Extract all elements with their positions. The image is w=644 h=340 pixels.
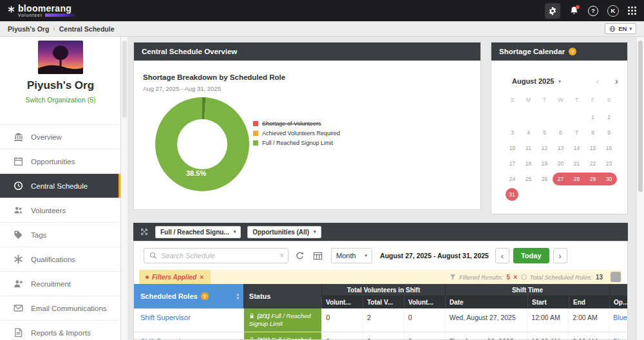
org-image[interactable]: [38, 41, 83, 74]
calendar-day-highlighted[interactable]: 30: [601, 173, 617, 185]
apps-grid-button[interactable]: [628, 6, 636, 15]
envelope-icon: [13, 303, 23, 314]
main-scrollbar[interactable]: [636, 37, 644, 340]
column-end[interactable]: End: [569, 296, 609, 308]
calendar-day[interactable]: 20: [553, 157, 569, 170]
next-button[interactable]: ›: [553, 248, 567, 263]
sidebar-item-qualifications[interactable]: Qualifications: [0, 247, 121, 271]
clear-search-icon[interactable]: ×: [279, 252, 284, 260]
switch-org-link[interactable]: Switch Organization (5): [0, 96, 121, 104]
breadcrumb-org[interactable]: Piyush's Org: [8, 25, 49, 33]
calendar-day[interactable]: 10: [504, 142, 520, 155]
scrollbar-thumb[interactable]: [122, 41, 127, 118]
filters-applied-chip[interactable]: Filters Applied ×: [139, 270, 211, 284]
column-status[interactable]: Status: [243, 284, 321, 308]
calendar-day[interactable]: 22: [585, 157, 601, 170]
volunteers-value-2: 0: [404, 332, 446, 340]
legend-item-full[interactable]: Full / Reached Signup Limit: [253, 138, 340, 147]
calendar-day[interactable]: 12: [536, 142, 553, 155]
brand-logo[interactable]: bloomerang Volunteer: [8, 4, 77, 17]
collapse-handle[interactable]: [611, 272, 621, 282]
org-name: Piyush's Org: [0, 79, 121, 92]
sort-icon[interactable]: ▲ ▼: [236, 293, 239, 300]
column-op-label[interactable]: Op...: [609, 296, 627, 308]
opportunities-filter-dropdown[interactable]: Opportunities (All) ▾: [247, 226, 321, 238]
calendar-day[interactable]: 5: [536, 126, 553, 139]
calendar-day[interactable]: 24: [504, 173, 520, 185]
avatar[interactable]: K: [607, 5, 619, 17]
column-volunteers-2[interactable]: Volunt...: [404, 296, 445, 308]
language-selector[interactable]: EN ▾: [605, 23, 636, 34]
clear-results-icon[interactable]: ×: [513, 274, 517, 281]
refresh-button[interactable]: [292, 249, 307, 263]
calendar-day[interactable]: 16: [601, 142, 617, 155]
sidebar-item-reports-imports[interactable]: Reports & Imports: [0, 320, 121, 340]
calendar-prev-button[interactable]: ‹: [596, 75, 599, 86]
calendar-day[interactable]: 19: [536, 157, 553, 170]
calendar-day[interactable]: 21: [569, 157, 585, 170]
legend-item-achieved[interactable]: Achieved Volunteers Required: [253, 128, 340, 138]
expand-arrows-icon[interactable]: [140, 227, 149, 236]
calendar-day[interactable]: 3: [504, 126, 520, 139]
filters-bar: Filters Applied × Filtered Results: 5 × …: [139, 270, 622, 284]
prev-button[interactable]: ‹: [495, 248, 509, 263]
calendar-day[interactable]: 1: [585, 111, 601, 124]
sidebar-item-volunteers[interactable]: Volunteers: [0, 198, 121, 222]
view-dropdown[interactable]: Month ▾: [331, 248, 372, 263]
today-button[interactable]: Today: [513, 248, 549, 263]
opportunity-link[interactable]: Blue...: [609, 332, 627, 340]
calendar-month-label[interactable]: August 2025: [512, 77, 554, 85]
inner-scrollbar[interactable]: [121, 37, 128, 340]
column-volunteers-1[interactable]: Volunt...: [321, 296, 363, 308]
opportunity-link[interactable]: Blue...: [609, 308, 627, 332]
calendar-day-highlighted[interactable]: 31: [506, 188, 518, 201]
column-date[interactable]: Date: [445, 296, 527, 308]
legend-item-shortage[interactable]: Shortage of Volunteers: [253, 118, 340, 128]
clear-filters-icon[interactable]: ×: [200, 274, 204, 281]
sidebar-item-opportunities[interactable]: Opportunities: [0, 149, 121, 173]
column-scheduled-roles[interactable]: Scheduled Roles ? ▲ ▼: [134, 284, 243, 308]
calendar-day[interactable]: 13: [553, 142, 569, 155]
column-start[interactable]: Start: [527, 296, 569, 308]
calendar-day[interactable]: 11: [520, 142, 536, 155]
calendar-day[interactable]: 17: [504, 157, 520, 170]
calendar-day-highlighted[interactable]: 29: [585, 173, 601, 185]
calendar-day-highlighted[interactable]: 28: [569, 173, 585, 185]
chart-title: Shortage Breakdown by Scheduled Role: [143, 73, 285, 81]
calendar-day[interactable]: 25: [520, 173, 536, 185]
column-total-volunteers[interactable]: Total V...: [363, 296, 404, 308]
sidebar-item-central-schedule[interactable]: Central Schedule: [0, 173, 121, 198]
calendar-day[interactable]: 14: [569, 142, 585, 155]
notifications-button[interactable]: [569, 6, 579, 15]
calendar-day[interactable]: 6: [553, 126, 569, 139]
search-input[interactable]: [161, 252, 276, 260]
calendar-day[interactable]: 26: [536, 173, 553, 185]
status-cell: (2/1) Full / Reached Signup Limit: [244, 332, 323, 340]
calendar-day[interactable]: 7: [569, 126, 585, 139]
total-volunteers-value: 2: [363, 332, 404, 340]
status-filter-dropdown[interactable]: Full / Reached Signu... ▾: [155, 226, 241, 238]
calendar-day-highlighted[interactable]: 27: [553, 173, 569, 185]
donut-chart[interactable]: 38.5%: [155, 97, 249, 191]
calendar-day[interactable]: 9: [601, 126, 617, 139]
search-icon: [149, 252, 157, 260]
calendar-day[interactable]: 23: [601, 157, 617, 170]
table-view-button[interactable]: [310, 249, 325, 263]
calendar-day[interactable]: 2: [601, 111, 617, 124]
scrollbar-thumb[interactable]: [638, 41, 643, 192]
role-link[interactable]: Shift Supervisor: [134, 308, 244, 332]
help-badge-icon[interactable]: ?: [201, 292, 209, 300]
calendar-day[interactable]: 8: [585, 126, 601, 139]
role-link[interactable]: Shift Supervisor: [134, 332, 244, 340]
calendar-day[interactable]: 15: [585, 142, 601, 155]
help-badge-icon[interactable]: ?: [569, 48, 576, 55]
settings-button[interactable]: [545, 3, 560, 19]
sidebar-item-tags[interactable]: Tags: [0, 222, 121, 247]
sidebar-item-recruitment[interactable]: Recruitment: [0, 271, 121, 296]
help-button[interactable]: ?: [588, 6, 598, 16]
sidebar-item-email-communications[interactable]: Email Communications: [0, 296, 121, 320]
sidebar-item-overview[interactable]: Overview: [0, 124, 121, 149]
calendar-day[interactable]: 18: [520, 157, 536, 170]
calendar-day[interactable]: 4: [520, 126, 536, 139]
calendar-next-button[interactable]: ›: [615, 75, 618, 86]
